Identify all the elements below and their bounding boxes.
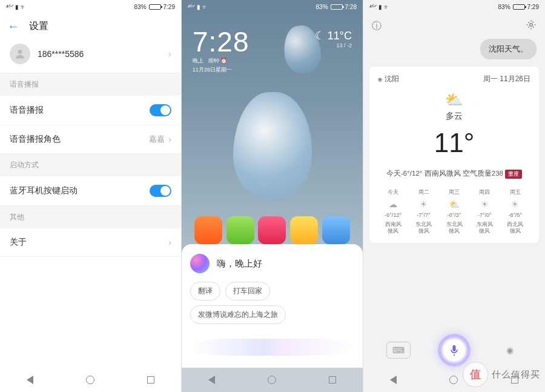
svg-point-0	[18, 50, 22, 54]
signal-icon: ⁴⁶ᐟ ▮ ᯤ	[369, 4, 390, 10]
forecast-day: 今天☁-6°/12°西南风微风	[378, 188, 408, 234]
nav-back-icon[interactable]	[27, 376, 33, 384]
help-icon[interactable]: ⓘ	[372, 20, 382, 33]
page-title: 设置	[29, 20, 48, 33]
app-dock	[182, 216, 363, 244]
nav-home-icon[interactable]	[449, 376, 458, 384]
toggle-bt[interactable]	[150, 185, 171, 197]
settings-icon[interactable]	[526, 19, 537, 33]
status-bar: ⁴⁶ᐟ ▮ ᯤ 83% 7:28	[182, 0, 363, 13]
section-voice: 语音播报	[0, 73, 181, 96]
assistant-orb-icon	[190, 254, 210, 273]
row-about[interactable]: 关于 ›	[0, 228, 181, 257]
suggestion-chip[interactable]: 发微博说难忘的上海之旅	[190, 305, 286, 324]
nav-home-icon[interactable]	[86, 376, 94, 384]
svg-point-1	[530, 24, 533, 27]
chevron-right-icon: ›	[168, 49, 171, 59]
nav-recent-icon[interactable]	[147, 376, 154, 384]
status-bar: ⁴⁶ᐟ ▮ ᯤ 83% 7:29	[363, 0, 545, 13]
voice-wave-icon	[190, 339, 354, 356]
dock-app-5[interactable]	[322, 216, 350, 244]
watermark-logo-icon: 值	[463, 362, 488, 387]
chevron-right-icon: ›	[168, 135, 171, 144]
nav-back-icon[interactable]	[390, 376, 397, 384]
weather-widget[interactable]: ☾ 11°C 13 / -2	[315, 29, 352, 48]
back-icon[interactable]: ←	[7, 19, 19, 33]
settings-screen: ⁴⁶ᐟ ▮ ᯤ 83% 7:29 ← 设置 186****5586 › 语音播报…	[0, 0, 182, 392]
weather-condition: 多云	[378, 111, 530, 122]
account-row[interactable]: 186****5586 ›	[0, 39, 181, 73]
forecast-day: 周四☀-7°/0°东南风微风	[469, 188, 500, 234]
toggle-voice[interactable]	[150, 104, 171, 116]
signal-icon: ⁴⁶ᐟ ▮ ᯤ	[188, 4, 208, 10]
dock-app-2[interactable]	[226, 216, 254, 244]
clock-time: 7:28	[193, 28, 249, 56]
signal-icon: ⁴⁶ᐟ ▮ ᯤ	[6, 4, 27, 10]
dock-app-3[interactable]	[258, 216, 286, 244]
header: ← 设置	[0, 13, 181, 39]
nav-recent-icon[interactable]	[329, 376, 336, 384]
assistant-card: 嗨，晚上好 翻译打车回家发微博说难忘的上海之旅	[182, 244, 363, 368]
today-summary: 今天-6°/12° 西南风微风 空气质量238重度	[378, 169, 530, 179]
row-bluetooth-launch[interactable]: 蓝牙耳机按键启动	[0, 176, 181, 206]
weather-temp: 11°	[378, 128, 530, 158]
pin-icon: ⎈	[378, 75, 382, 84]
watermark: 值 什么值得买	[463, 362, 540, 387]
row-voice-role[interactable]: 语音播报角色 嘉嘉 ›	[0, 125, 181, 154]
status-time: 7:29	[527, 4, 539, 10]
nav-bar	[182, 368, 363, 392]
forecast-day: 周三⛅-8°/3°东北风微风	[439, 188, 469, 234]
keyboard-icon[interactable]: ⌨	[386, 342, 411, 359]
preview-icon[interactable]: ◉	[498, 342, 522, 359]
homescreen-assistant: ⁴⁶ᐟ ▮ ᯤ 83% 7:28 7:28 晚上 闹钟 ⏰ 11月26日星期一 …	[182, 0, 363, 392]
dock-app-4[interactable]	[290, 216, 318, 244]
location-label: ⎈沈阳	[378, 74, 399, 84]
nav-back-icon[interactable]	[208, 376, 215, 384]
weather-card[interactable]: ⎈沈阳 周一 11月26日 ⛅ 多云 11° 今天-6°/12° 西南风微风 空…	[369, 67, 539, 243]
status-bar: ⁴⁶ᐟ ▮ ᯤ 83% 7:29	[0, 0, 181, 13]
card-date: 周一 11月26日	[483, 74, 530, 84]
section-launch: 启动方式	[0, 154, 181, 176]
suggestion-chip[interactable]: 翻译	[190, 282, 220, 301]
battery-pct: 83%	[134, 4, 147, 10]
user-query-bubble: 沈阳天气。	[480, 39, 537, 59]
forecast-row: 今天☁-6°/12°西南风微风周二☀-7°/7°东北风微风周三⛅-8°/3°东北…	[378, 188, 530, 234]
battery-pct: 83%	[316, 4, 328, 10]
section-other: 其他	[0, 206, 181, 228]
weather-result-screen: ⁴⁶ᐟ ▮ ᯤ 83% 7:29 ⓘ 沈阳天气。 ⎈沈阳 周一 11月26日 ⛅…	[363, 0, 545, 392]
avatar-icon	[10, 44, 30, 64]
suggestion-chips: 翻译打车回家发微博说难忘的上海之旅	[190, 282, 354, 324]
chevron-right-icon: ›	[168, 238, 171, 247]
status-time: 7:29	[164, 4, 175, 10]
battery-pct: 83%	[498, 4, 510, 10]
dock-app-1[interactable]	[194, 216, 222, 244]
wallpaper-area: 7:28 晚上 闹钟 ⏰ 11月26日星期一 ☾ 11°C 13 / -2	[182, 13, 363, 219]
nav-home-icon[interactable]	[268, 376, 276, 384]
weather-icon: ⛅	[378, 93, 530, 107]
nav-bar	[0, 368, 181, 392]
status-time: 7:28	[345, 4, 357, 10]
assistant-greeting: 嗨，晚上好	[217, 258, 262, 270]
forecast-day: 周二☀-7°/7°东北风微风	[408, 188, 438, 234]
account-number: 186****5586	[38, 49, 161, 59]
clock-date: 11月26日星期一	[193, 66, 249, 74]
aqi-badge: 重度	[505, 170, 522, 179]
row-voice-broadcast[interactable]: 语音播报	[0, 96, 181, 125]
forecast-day: 周五☀-8°/5°西北风微风	[500, 188, 530, 234]
suggestion-chip[interactable]: 打车回家	[225, 282, 270, 301]
